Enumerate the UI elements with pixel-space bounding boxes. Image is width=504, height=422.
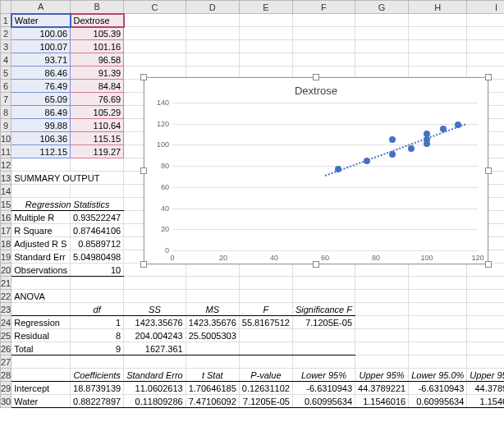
cell[interactable]	[124, 27, 186, 40]
cell[interactable]: 1423.35676	[124, 316, 186, 329]
cell[interactable]: 0.8589712	[71, 237, 124, 250]
cell[interactable]: 76.69	[71, 93, 124, 106]
cell[interactable]: 7.1205E-05	[292, 316, 355, 329]
cell[interactable]	[409, 264, 467, 277]
cell[interactable]: 0.87464106	[71, 224, 124, 237]
cell[interactable]	[292, 14, 355, 27]
resize-handle[interactable]	[313, 74, 319, 80]
cell[interactable]: 86.46	[11, 67, 71, 80]
trendline[interactable]	[325, 123, 465, 176]
cell[interactable]	[11, 185, 71, 198]
cell[interactable]	[467, 27, 504, 40]
cell[interactable]	[409, 316, 467, 329]
cell[interactable]: Regression	[11, 316, 71, 329]
cell[interactable]	[355, 27, 409, 40]
cell[interactable]	[292, 264, 355, 277]
cell[interactable]: R Square	[11, 224, 71, 237]
cell[interactable]: Residual	[11, 329, 71, 342]
cell[interactable]	[355, 303, 409, 316]
cell[interactable]: 0.12631102	[239, 382, 292, 395]
cell[interactable]	[186, 290, 239, 303]
col-header-D[interactable]: D	[186, 1, 239, 14]
cell[interactable]: 86.49	[11, 106, 71, 119]
col-header-I[interactable]: I	[467, 1, 504, 14]
row-header[interactable]: 11	[1, 145, 11, 158]
cell[interactable]: 1423.35676	[186, 316, 239, 329]
cell[interactable]	[355, 277, 409, 290]
cell[interactable]: 0.93522247	[71, 211, 124, 224]
chart-plot-area[interactable]: 020406080100120140020406080100120	[172, 103, 478, 250]
cell[interactable]	[11, 369, 71, 382]
cell[interactable]: 101.16	[71, 40, 124, 53]
cell[interactable]: 5.04980498	[71, 250, 124, 264]
col-header-A[interactable]: A	[11, 1, 71, 14]
cell[interactable]: 0.60995634	[409, 395, 467, 408]
cell[interactable]: 1	[71, 316, 124, 329]
cell[interactable]: MS	[186, 303, 239, 316]
cell[interactable]	[71, 277, 124, 290]
cell[interactable]: 18.8739139	[71, 382, 124, 395]
cell[interactable]	[467, 277, 504, 290]
cell[interactable]	[239, 264, 292, 277]
cell[interactable]	[355, 264, 409, 277]
cell[interactable]	[186, 342, 239, 355]
cell[interactable]	[292, 290, 355, 303]
row-header[interactable]: 23	[1, 303, 11, 316]
cell[interactable]: -6.6310943	[409, 382, 467, 395]
cell[interactable]: 10	[71, 264, 124, 277]
cell[interactable]	[186, 355, 239, 369]
row-header[interactable]: 25	[1, 329, 11, 342]
row-header[interactable]: 4	[1, 53, 11, 67]
cell[interactable]	[71, 185, 124, 198]
cell[interactable]	[467, 14, 504, 27]
row-header[interactable]: 17	[1, 224, 11, 237]
cell[interactable]: 8	[71, 329, 124, 342]
cell[interactable]	[355, 342, 409, 355]
row-header[interactable]: 22	[1, 290, 11, 303]
cell[interactable]: df	[71, 303, 124, 316]
col-header-H[interactable]: H	[409, 1, 467, 14]
cell[interactable]	[355, 14, 409, 27]
row-header[interactable]: 30	[1, 395, 11, 408]
cell[interactable]: -6.6310943	[292, 382, 355, 395]
cell[interactable]: Lower 95.0%	[409, 369, 467, 382]
chart-object[interactable]: Dextrose 0204060801001201400204060801001…	[144, 77, 488, 264]
col-header-F[interactable]: F	[292, 1, 355, 14]
row-header[interactable]: 6	[1, 80, 11, 93]
cell[interactable]	[124, 53, 186, 67]
row-header[interactable]: 20	[1, 264, 11, 277]
cell[interactable]	[186, 264, 239, 277]
col-header-B[interactable]: B	[71, 1, 124, 14]
cell[interactable]: 0.60995634	[292, 395, 355, 408]
cell[interactable]	[355, 355, 409, 369]
cell[interactable]: 100.07	[11, 40, 71, 53]
cell[interactable]	[409, 303, 467, 316]
cell[interactable]: 112.15	[11, 145, 71, 158]
cell[interactable]	[124, 277, 186, 290]
cell[interactable]	[409, 290, 467, 303]
cell[interactable]	[292, 40, 355, 53]
cell[interactable]: 7.47106092	[186, 395, 239, 408]
row-header[interactable]: 28	[1, 369, 11, 382]
cell[interactable]: SUMMARY OUTPUT	[11, 172, 124, 185]
cell[interactable]	[11, 303, 71, 316]
cell[interactable]: 119.27	[71, 145, 124, 158]
cell[interactable]	[239, 329, 292, 342]
cell[interactable]	[239, 277, 292, 290]
cell[interactable]	[124, 14, 186, 27]
cell[interactable]: 9	[71, 342, 124, 355]
cell[interactable]	[409, 14, 467, 27]
cell[interactable]: 84.84	[71, 80, 124, 93]
cell[interactable]	[11, 355, 71, 369]
resize-handle[interactable]	[140, 167, 147, 174]
col-header-G[interactable]: G	[355, 1, 409, 14]
cell[interactable]	[292, 355, 355, 369]
cell[interactable]	[239, 53, 292, 67]
resize-handle[interactable]	[485, 74, 492, 80]
cell[interactable]	[239, 27, 292, 40]
cell[interactable]: Total	[11, 342, 71, 355]
cell[interactable]	[186, 53, 239, 67]
cell[interactable]	[292, 329, 355, 342]
cell[interactable]	[467, 303, 504, 316]
row-header[interactable]: 19	[1, 250, 11, 264]
